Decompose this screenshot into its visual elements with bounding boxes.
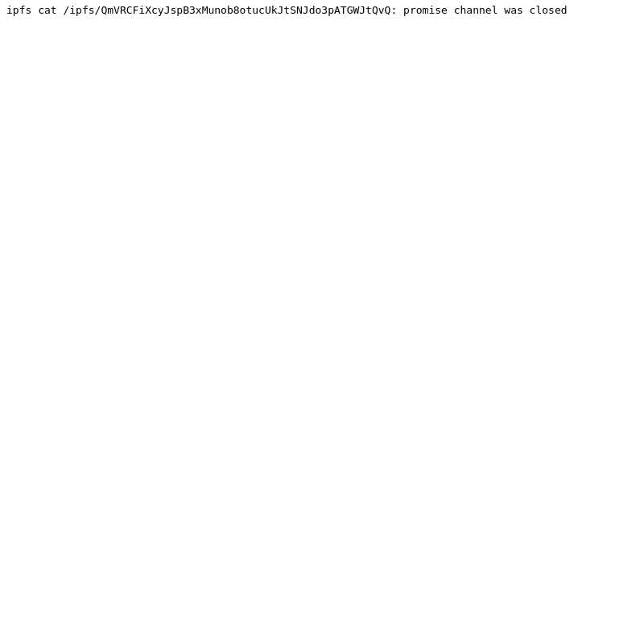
terminal-output-line: ipfs cat /ipfs/QmVRCFiXcyJspB3xMunob8otu… — [0, 0, 644, 21]
